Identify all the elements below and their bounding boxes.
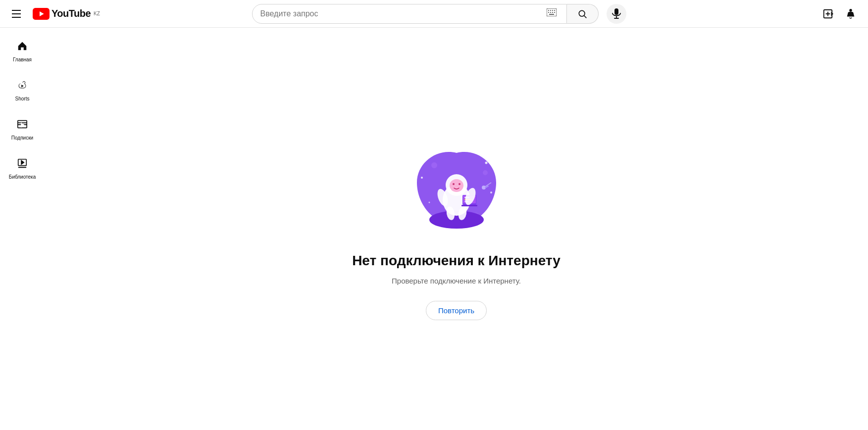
library-icon	[17, 158, 28, 171]
svg-rect-14	[614, 8, 618, 15]
svg-marker-27	[21, 160, 24, 165]
svg-rect-7	[548, 12, 549, 13]
svg-rect-9	[552, 12, 553, 13]
subscriptions-icon	[17, 119, 28, 132]
svg-rect-23	[18, 122, 27, 123]
svg-rect-6	[554, 10, 555, 11]
create-button[interactable]	[818, 4, 837, 23]
svg-rect-38	[461, 205, 477, 206]
svg-rect-10	[554, 12, 555, 13]
svg-rect-4	[550, 10, 551, 11]
svg-rect-11	[549, 14, 554, 15]
svg-point-47	[459, 183, 460, 185]
home-icon	[17, 41, 28, 53]
svg-point-49	[490, 191, 492, 193]
youtube-logo-icon	[33, 8, 50, 20]
search-button[interactable]	[567, 4, 599, 24]
svg-rect-28	[18, 167, 27, 168]
svg-rect-5	[552, 10, 553, 11]
svg-point-51	[485, 161, 487, 164]
keyboard-icon	[547, 8, 557, 16]
svg-point-35	[450, 179, 463, 192]
create-icon	[822, 8, 833, 19]
svg-point-48	[421, 177, 423, 179]
shorts-icon	[17, 80, 28, 93]
header-right	[761, 4, 860, 23]
svg-point-30	[483, 170, 488, 175]
svg-rect-3	[548, 10, 549, 11]
retry-button[interactable]: Повторить	[426, 301, 487, 320]
search-form	[252, 4, 599, 24]
svg-rect-8	[550, 12, 551, 13]
country-code: KZ	[94, 11, 100, 16]
sidebar-item-shorts[interactable]: Shorts	[2, 72, 43, 109]
header-left: YouTubeKZ	[8, 6, 117, 22]
menu-button[interactable]	[8, 6, 25, 22]
sidebar: Главная Shorts Подписки	[0, 28, 45, 430]
svg-point-29	[431, 162, 437, 168]
main-content: Нет подключения к Интернету Проверьте по…	[45, 28, 868, 430]
logo[interactable]: YouTubeKZ	[33, 8, 100, 20]
sidebar-item-home-label: Главная	[13, 56, 32, 63]
svg-point-12	[579, 10, 585, 16]
sidebar-item-subscriptions[interactable]: Подписки	[2, 111, 43, 148]
mic-icon	[612, 8, 621, 19]
sidebar-item-library-label: Библиотека	[9, 174, 36, 180]
sidebar-item-subscriptions-label: Подписки	[11, 135, 33, 141]
mic-button[interactable]	[607, 4, 626, 24]
svg-line-13	[584, 15, 587, 18]
sidebar-item-home[interactable]: Главная	[2, 33, 43, 70]
error-title: Нет подключения к Интернету	[352, 253, 561, 269]
sidebar-item-shorts-label: Shorts	[15, 96, 30, 102]
search-input-wrap	[252, 4, 567, 24]
bell-icon	[845, 8, 856, 19]
svg-point-21	[850, 9, 852, 11]
search-icon	[577, 9, 587, 19]
header-center	[117, 4, 761, 24]
svg-point-50	[428, 201, 430, 203]
sidebar-item-library[interactable]: Библиотека	[2, 150, 43, 187]
notifications-button[interactable]	[841, 4, 860, 23]
svg-point-46	[453, 183, 455, 185]
search-input[interactable]	[260, 9, 545, 18]
error-illustration	[407, 138, 506, 237]
error-subtitle: Проверьте подключение к Интернету.	[392, 277, 521, 285]
header: YouTubeKZ	[0, 0, 868, 28]
youtube-text: YouTube	[51, 8, 91, 19]
keyboard-icon-button[interactable]	[545, 6, 559, 21]
